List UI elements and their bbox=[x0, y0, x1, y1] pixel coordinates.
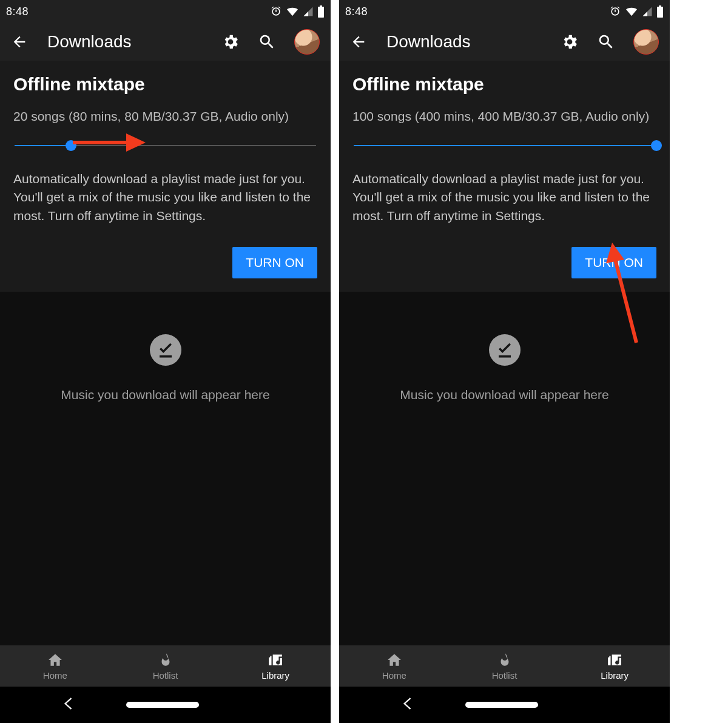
tab-label: Hotlist bbox=[153, 670, 178, 681]
summary-text: 100 songs (400 mins, 400 MB/30.37 GB, Au… bbox=[352, 109, 656, 124]
home-icon bbox=[386, 652, 402, 668]
download-complete-icon bbox=[489, 334, 521, 366]
search-icon bbox=[597, 33, 615, 51]
offline-mixtape-section: Offline mixtape 100 songs (400 mins, 400… bbox=[339, 61, 670, 292]
tab-label: Hotlist bbox=[492, 670, 517, 681]
settings-button[interactable] bbox=[561, 33, 579, 51]
wifi-icon bbox=[286, 6, 299, 17]
svg-rect-0 bbox=[318, 7, 324, 18]
arrow-back-icon bbox=[11, 33, 28, 50]
wifi-icon bbox=[625, 6, 638, 17]
app-bar: Downloads bbox=[339, 23, 670, 61]
flame-icon bbox=[497, 652, 513, 668]
status-time: 8:48 bbox=[345, 5, 368, 18]
svg-rect-6 bbox=[659, 5, 661, 7]
gear-icon bbox=[561, 33, 579, 51]
svg-rect-1 bbox=[320, 5, 322, 7]
settings-button[interactable] bbox=[221, 33, 240, 51]
section-title: Offline mixtape bbox=[352, 74, 656, 95]
arrow-back-icon bbox=[350, 33, 367, 50]
svg-rect-5 bbox=[657, 7, 663, 18]
tab-library[interactable]: Library bbox=[220, 645, 331, 687]
songs-slider[interactable] bbox=[352, 136, 656, 155]
flame-icon bbox=[158, 652, 174, 668]
tab-hotlist[interactable]: Hotlist bbox=[110, 645, 221, 687]
search-button[interactable] bbox=[258, 33, 276, 51]
gear-icon bbox=[221, 33, 240, 51]
status-icons bbox=[270, 5, 325, 18]
turn-on-button[interactable]: TURN ON bbox=[232, 247, 317, 278]
battery-icon bbox=[656, 5, 664, 18]
back-button[interactable] bbox=[11, 33, 28, 50]
slider-fill bbox=[15, 145, 72, 146]
download-complete-icon bbox=[150, 334, 181, 366]
songs-slider[interactable] bbox=[13, 136, 317, 155]
summary-text: 20 songs (80 mins, 80 MB/30.37 GB, Audio… bbox=[13, 109, 317, 124]
library-icon bbox=[607, 652, 622, 668]
svg-rect-2 bbox=[160, 355, 172, 358]
nav-back-icon[interactable] bbox=[402, 696, 412, 713]
tab-library[interactable]: Library bbox=[559, 645, 670, 687]
status-bar: 8:48 bbox=[339, 0, 670, 23]
tab-label: Home bbox=[43, 670, 67, 681]
nav-home-pill[interactable] bbox=[465, 702, 538, 708]
svg-rect-7 bbox=[499, 355, 511, 358]
turn-on-button[interactable]: TURN ON bbox=[571, 247, 656, 278]
status-bar: 8:48 bbox=[0, 0, 331, 23]
signal-icon bbox=[303, 6, 314, 17]
bottom-tabs: Home Hotlist Library bbox=[0, 645, 331, 687]
tab-label: Home bbox=[382, 670, 406, 681]
signal-icon bbox=[642, 6, 653, 17]
slider-thumb[interactable] bbox=[66, 140, 76, 151]
bottom-tabs: Home Hotlist Library bbox=[339, 645, 670, 687]
page-title: Downloads bbox=[47, 32, 202, 52]
empty-downloads-area: Music you download will appear here bbox=[339, 292, 670, 645]
empty-downloads-area: Music you download will appear here bbox=[0, 292, 331, 645]
battery-icon bbox=[317, 5, 325, 18]
alarm-icon bbox=[270, 5, 282, 18]
android-nav-bar bbox=[339, 687, 670, 723]
nav-back-icon[interactable] bbox=[63, 696, 73, 713]
description-text: Automatically download a playlist made j… bbox=[13, 170, 317, 225]
tab-label: Library bbox=[601, 670, 629, 681]
home-icon bbox=[47, 652, 63, 668]
tab-home[interactable]: Home bbox=[0, 645, 110, 687]
status-time: 8:48 bbox=[6, 5, 29, 18]
alarm-icon bbox=[609, 5, 621, 18]
nav-home-pill[interactable] bbox=[126, 702, 199, 708]
empty-message: Music you download will appear here bbox=[400, 388, 608, 402]
tab-hotlist[interactable]: Hotlist bbox=[450, 645, 560, 687]
page-title: Downloads bbox=[386, 32, 541, 52]
offline-mixtape-section: Offline mixtape 20 songs (80 mins, 80 MB… bbox=[0, 61, 331, 292]
phone-left: 8:48 Downloads Offline mixtape 20 songs … bbox=[0, 0, 331, 723]
back-button[interactable] bbox=[350, 33, 367, 50]
slider-thumb[interactable] bbox=[651, 140, 662, 151]
app-bar: Downloads bbox=[0, 23, 331, 61]
library-icon bbox=[268, 652, 283, 668]
phone-right: 8:48 Downloads Offline mixtape 100 songs… bbox=[339, 0, 670, 723]
avatar[interactable] bbox=[294, 29, 320, 55]
search-icon bbox=[258, 33, 276, 51]
android-nav-bar bbox=[0, 687, 331, 723]
description-text: Automatically download a playlist made j… bbox=[352, 170, 656, 225]
tab-home[interactable]: Home bbox=[339, 645, 450, 687]
search-button[interactable] bbox=[597, 33, 615, 51]
tab-label: Library bbox=[261, 670, 289, 681]
section-title: Offline mixtape bbox=[13, 74, 317, 95]
empty-message: Music you download will appear here bbox=[61, 388, 269, 402]
slider-fill bbox=[354, 145, 658, 146]
status-icons bbox=[609, 5, 664, 18]
avatar[interactable] bbox=[633, 29, 659, 55]
